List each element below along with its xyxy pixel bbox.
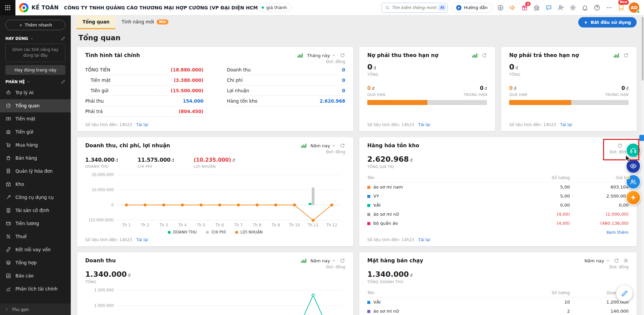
table-row[interactable]: áo sơ mi nam 5,00 603.104 (367, 182, 629, 192)
pencil-icon (621, 290, 628, 297)
table-row[interactable]: bộ quần áo (4,00) (480.136,00) (367, 219, 629, 228)
help-button[interactable] (593, 3, 601, 12)
reload-link[interactable]: Tải lại (418, 238, 430, 242)
svg-text:Th 4: Th 4 (178, 223, 186, 227)
sparkle-icon (630, 194, 637, 201)
columns-icon (533, 4, 540, 11)
sidebar-item[interactable]: Thuế (0, 230, 71, 243)
refresh-icon[interactable] (482, 53, 487, 58)
app-launcher-button[interactable] (0, 0, 15, 15)
sidebar-item[interactable]: Trợ lý AI (0, 86, 71, 99)
watch-fab[interactable] (626, 159, 641, 173)
sidebar-item[interactable]: Tiền gửi (0, 125, 71, 139)
modules-section-header[interactable]: PHÂN HỆ (0, 76, 71, 86)
reload-link[interactable]: Tải lại (560, 122, 572, 127)
table-row[interactable]: áo sơ mi nữ (4,00) (2.000,00) (367, 210, 629, 219)
guide-button-label: Hướng dẫn (464, 5, 488, 10)
new-features-badge: Mới (157, 19, 168, 24)
period-dropdown[interactable]: Năm nay (311, 258, 336, 263)
card-settings-icon[interactable] (623, 258, 629, 263)
compose-fab[interactable] (616, 285, 633, 302)
guide-button[interactable]: Hướng dẫn (451, 3, 492, 13)
favorite-this-page-button[interactable]: Hay dùng trang này (5, 65, 65, 75)
table-row[interactable]: VẢI 0,00 0,00 (367, 201, 629, 210)
scrollbar-thumb[interactable] (642, 17, 644, 81)
notifications-button[interactable] (581, 3, 589, 12)
sidebar-item[interactable]: Báo cáo (0, 269, 71, 282)
card-inventory: Hàng hóa tồn kho Đvt: đồng 2.620.968đ TỔ… (359, 137, 637, 246)
tab-overview[interactable]: Tổng quan (76, 15, 115, 29)
quick-add-button[interactable]: Thêm nhanh (5, 20, 65, 30)
start-using-label: Bắt đầu sử dụng (591, 20, 631, 25)
table-row[interactable]: áo sơ mi nữ 2 140.000 (367, 307, 629, 315)
card-title: Hàng hóa tồn kho (367, 143, 419, 149)
table-row[interactable]: VY 5,00 2.500.000 (367, 192, 629, 201)
sidebar-item[interactable]: Bán hàng (0, 152, 71, 165)
refresh-icon[interactable] (617, 143, 623, 148)
sidebar-item[interactable]: Tiền lương (0, 217, 71, 230)
gift-button[interactable]: 2 (520, 3, 529, 12)
item-name: VẢI (373, 300, 381, 305)
refresh-icon[interactable] (340, 143, 345, 148)
user-avatar[interactable]: AD (629, 2, 639, 13)
period-dropdown[interactable]: Năm nay (311, 143, 336, 148)
assistant-fab[interactable] (626, 190, 641, 205)
refresh-icon[interactable] (614, 258, 619, 263)
sidebar-item[interactable]: Phân tích tài chính (0, 282, 71, 296)
start-using-button[interactable]: Bắt đầu sử dụng (578, 17, 637, 28)
refresh-icon[interactable] (623, 53, 629, 58)
context-tag[interactable]: giá thành (257, 3, 291, 12)
sidebar-item[interactable]: Mua hàng (0, 139, 71, 152)
chat-button[interactable] (544, 3, 553, 12)
sidebar-item[interactable]: Kết nối vay vốn (0, 243, 71, 256)
tab-new-features[interactable]: Tính năng mới Mới (115, 15, 174, 29)
page-scrollbar[interactable] (641, 15, 644, 315)
sidebar-item-icon (6, 234, 11, 239)
see-more-link[interactable]: Xem thêm (606, 230, 629, 235)
favorites-section-header[interactable]: HAY DÙNG (0, 33, 71, 43)
sidebar-item[interactable]: Tiền mặt (0, 112, 71, 125)
sidebar-item-label: Phân tích tài chính (15, 286, 58, 292)
company-selector[interactable]: CÔNG TY TNHH QUẢNG CÁO THƯƠNG MẠI HỢP CƯ… (64, 5, 252, 10)
updated-text: Số liệu tính đến: 14h23 (509, 122, 556, 127)
search-input[interactable] (392, 5, 437, 10)
finance-row: Lợi nhuận 0 (227, 86, 345, 96)
community-fab[interactable] (626, 174, 641, 189)
refresh-icon[interactable] (340, 53, 345, 58)
favorites-section-label: HAY DÙNG (5, 36, 28, 41)
support-fab[interactable] (626, 143, 641, 158)
table-row[interactable]: VẢI 10 1.200.000 (367, 298, 629, 307)
handbook-button[interactable]: New (617, 3, 625, 12)
period-dropdown[interactable]: Năm nay (585, 258, 610, 263)
refresh-icon[interactable] (340, 258, 345, 263)
total-value: 0 (509, 63, 514, 71)
card-title: Tình hình tài chính (85, 52, 140, 58)
chevron-down-icon (332, 259, 336, 263)
period-dropdown[interactable]: Tháng này (307, 53, 336, 58)
finance-right-column: Doanh thu 0 Chi phí 0 Lợi nhuậ (227, 65, 345, 117)
card-financial-situation: Tình hình tài chính Tháng này Đvt: đồng (77, 47, 353, 131)
sidebar-item[interactable]: Quản lý hóa đơn (0, 165, 71, 178)
portal-button[interactable] (532, 3, 541, 12)
edit-modules-icon[interactable] (61, 80, 65, 84)
sidebar-item[interactable]: Tài sản cố định (0, 204, 71, 217)
sidebar-item[interactable]: Kho (0, 178, 71, 191)
announcement-button[interactable] (508, 3, 517, 12)
more-button[interactable] (605, 3, 613, 12)
sidebar-collapse-button[interactable]: Thu gọn (0, 304, 71, 315)
reload-link[interactable]: Tải lại (136, 238, 148, 242)
dock-collapse-tab[interactable] (639, 135, 644, 141)
edit-favorites-icon[interactable] (61, 36, 65, 41)
search-box[interactable]: AI (381, 3, 448, 13)
reload-link[interactable]: Tải lại (418, 122, 430, 127)
reload-link[interactable]: Tải lại (136, 122, 148, 127)
invite-user-button[interactable] (556, 3, 565, 12)
currency: đ (484, 86, 487, 91)
download-button[interactable] (496, 3, 504, 12)
sidebar-item[interactable]: Tổng quan (0, 99, 71, 112)
sidebar-item[interactable]: Tổng hợp (0, 256, 71, 269)
sidebar-item[interactable]: Công cụ dụng cụ (0, 191, 71, 204)
sidebar-item-label: Quản lý hóa đơn (15, 168, 53, 174)
settings-button[interactable] (569, 3, 577, 12)
stat-label: LỢI NHUẬN (194, 164, 235, 169)
